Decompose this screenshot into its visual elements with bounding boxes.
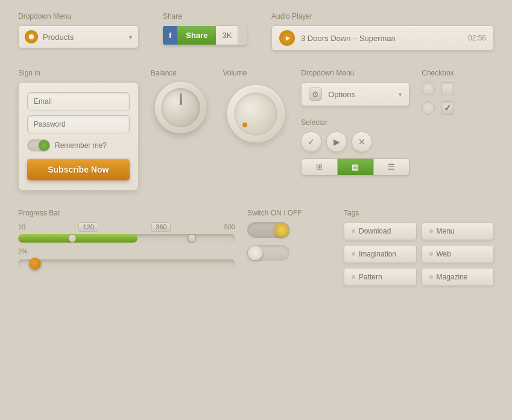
remember-label: Remember me? [55,141,107,150]
password-field[interactable] [27,115,130,133]
view-toggle-group: ⊞ ▦ ☰ [301,158,409,176]
switch-off[interactable] [247,245,289,261]
balance-section: Balance [151,69,211,133]
switch-on-row [247,222,332,238]
tag-magazine[interactable]: Magazine [422,268,495,286]
tag-dot-icon [429,229,433,233]
switch-on[interactable] [247,222,289,238]
tag-menu[interactable]: Menu [422,222,495,240]
gear-icon: ⚙ [309,88,322,101]
options-dropdown-value: Options [328,90,393,99]
remember-row: Remember me? [27,139,130,151]
dropdown2-label: Dropdown Menu [301,69,409,77]
tag-imagination[interactable]: Imagination [344,245,417,263]
share-count: 3K [216,25,238,45]
balance-knob-indicator [180,93,182,105]
share-label: Share [163,12,247,21]
dropdown-menu[interactable]: Products ▾ [18,25,139,48]
facebook-icon[interactable]: f [163,26,177,45]
progress-bar-section: Progress Bar 10 120 360 500 2% [18,209,235,268]
tag-dot-icon [429,275,433,279]
options-dropdown[interactable]: ⚙ Options ▾ [301,82,409,106]
progress-low: 120 [78,222,98,232]
progress-percent: 2% [18,247,235,255]
subscribe-button[interactable]: Subscribe Now [27,159,130,180]
checkbox-checked[interactable] [441,101,454,115]
selector-label: Selector [301,118,409,127]
progress-track[interactable] [18,234,235,243]
progress-handle-left[interactable] [68,234,77,243]
audio-player-label: Audio Player [271,12,494,21]
radio-unchecked-2[interactable] [422,101,435,115]
tag-download[interactable]: Download [344,222,417,240]
slider-track[interactable] [18,259,235,268]
selector-close-button[interactable]: ✕ [352,132,372,152]
tag-web[interactable]: Web [422,245,495,263]
dropdown-menu-section: Dropdown Menu Products ▾ [18,12,139,48]
play-button[interactable] [279,30,295,46]
tag-pattern[interactable]: Pattern [344,268,417,286]
tag-dot-icon [352,275,355,279]
switch-section: Switch ON / OFF [247,209,332,268]
checkbox-unchecked[interactable] [441,82,454,95]
dropdown2-section: Dropdown Menu ⚙ Options ▾ Selector ✓ ▶ ✕… [301,69,409,176]
signin-label: Sign in [18,69,139,77]
checkbox-label: Checkbox [422,69,494,77]
audio-track-info: 3 Doors Down – Superman [301,34,462,43]
volume-knob[interactable] [227,85,285,142]
grid-view-button[interactable]: ⊞ [302,159,338,175]
progress-fill [18,234,137,243]
signin-section: Sign in Remember me? Subscribe Now [18,69,139,191]
switch-off-row [247,245,332,261]
progress-high: 360 [151,222,171,232]
switch-knob-off [248,246,262,260]
balance-knob[interactable] [155,82,206,133]
progress-min: 10 [18,223,25,231]
remember-toggle[interactable] [27,139,50,151]
audio-player: 3 Doors Down – Superman 02:56 [271,25,494,51]
share-section: Share f Share 3K [163,12,247,45]
tag-dot-icon [352,229,355,233]
selector-buttons: ✓ ▶ ✕ [301,132,409,152]
toggle-knob [39,140,49,151]
share-button[interactable]: Share [177,26,216,45]
tag-dot-icon [352,252,355,256]
checkbox-row-1 [422,82,494,95]
block-view-button[interactable]: ▦ [338,159,374,175]
signin-box: Remember me? Subscribe Now [18,82,139,191]
progress-handle-right[interactable] [188,234,196,243]
progress-bar-label: Progress Bar [18,209,235,217]
switch-knob-on [274,223,289,237]
email-field[interactable] [27,92,130,110]
volume-section: Volume [223,69,289,142]
checkbox-row-2 [422,101,494,115]
selector-check-button[interactable]: ✓ [301,132,321,152]
selector-play-button[interactable]: ▶ [326,132,347,152]
tag-dot-icon [429,252,433,256]
share-button-group[interactable]: f Share 3K [163,25,247,45]
tags-grid: Download Menu Imagination Web Pattern [344,222,494,286]
slider-handle[interactable] [29,258,41,270]
volume-label: Volume [223,69,289,77]
radio-unchecked-1[interactable] [422,82,435,95]
volume-dot [242,122,247,127]
audio-time: 02:56 [468,34,486,42]
dropdown-icon [25,30,38,43]
checkbox-section: Checkbox [422,69,494,121]
dropdown-menu-label: Dropdown Menu [18,12,139,21]
dropdown-value: Products [43,33,124,42]
progress-max: 500 [224,223,235,231]
options-chevron-down-icon: ▾ [399,91,402,98]
list-view-button[interactable]: ☰ [374,159,409,175]
switch-label: Switch ON / OFF [247,209,332,217]
tags-label: Tags [344,209,494,217]
audio-player-section: Audio Player 3 Doors Down – Superman 02:… [271,12,494,51]
balance-knob-inner [161,88,200,127]
balance-label: Balance [151,69,211,77]
volume-knob-inner [234,92,277,136]
tags-section: Tags Download Menu Imagination Web [344,209,494,286]
chevron-down-icon: ▾ [129,34,132,40]
progress-values-row: 10 120 360 500 [18,222,235,232]
